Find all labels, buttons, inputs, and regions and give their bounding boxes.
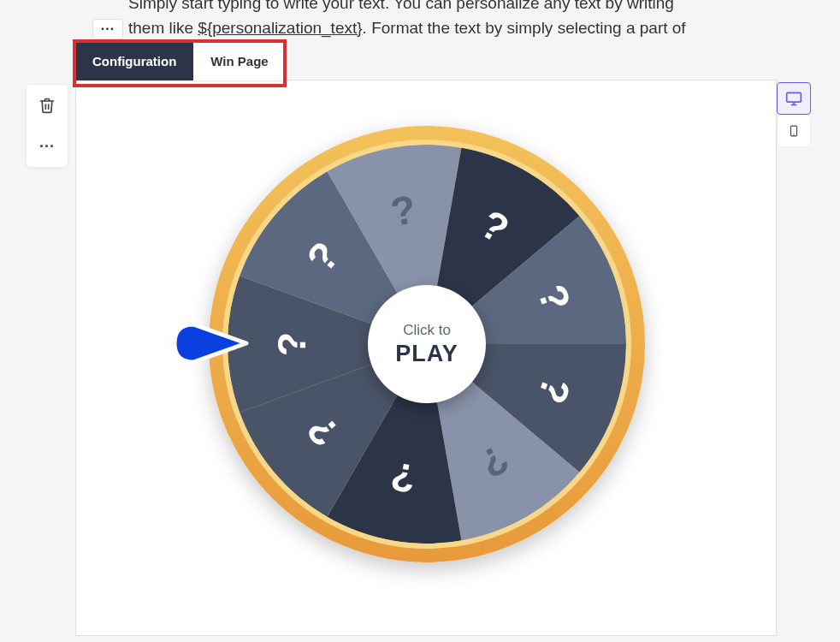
desktop-preview-button[interactable] <box>777 82 811 115</box>
hub-play-label: PLAY <box>395 341 458 367</box>
trash-icon <box>38 97 56 114</box>
more-options-badge[interactable]: ··· <box>92 19 123 39</box>
left-toolbar: ··· <box>26 84 68 168</box>
help-text: Simply start typing to write your text. … <box>128 0 744 40</box>
dots-horizontal-icon: ··· <box>39 138 55 156</box>
wheel-pointer <box>171 321 250 369</box>
segment-label-0: ? <box>269 332 314 356</box>
spin-wheel: ????????? Click to PLAY <box>209 126 645 562</box>
help-line-2c: . Format the text by simply selecting a … <box>363 19 686 37</box>
wheel-play-button[interactable]: Click to PLAY <box>368 285 486 403</box>
tab-configuration[interactable]: Configuration <box>75 42 193 80</box>
tabs: Configuration Win Page <box>75 42 286 80</box>
hub-click-to-label: Click to <box>403 322 451 339</box>
delete-button[interactable] <box>27 85 68 126</box>
preview-canvas: ????????? Click to PLAY <box>75 80 777 636</box>
help-line-1: Simply start typing to write your text. … <box>128 0 674 12</box>
mobile-preview-button[interactable] <box>777 115 811 147</box>
desktop-icon <box>785 90 802 107</box>
tab-win-page[interactable]: Win Page <box>193 42 285 80</box>
ellipsis-icon: ··· <box>101 21 115 37</box>
svg-rect-0 <box>787 92 802 102</box>
personalization-placeholder: ${personalization_text} <box>198 19 362 37</box>
more-options-button[interactable]: ··· <box>27 126 68 167</box>
mobile-icon <box>788 122 800 140</box>
device-preview-toolbar <box>777 82 811 147</box>
help-line-2a: them like <box>128 19 198 37</box>
